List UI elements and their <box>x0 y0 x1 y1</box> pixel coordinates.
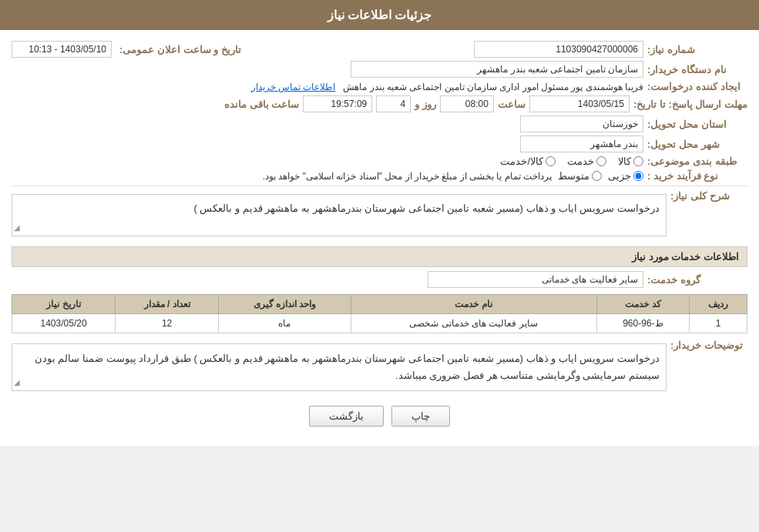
tozi-row: توضیحات خریدار: درخواست سرویس ایاب و ذها… <box>12 340 747 395</box>
tabaqe-kala-khedmat-radio[interactable] <box>546 156 556 166</box>
print-button[interactable]: چاپ <box>391 406 450 427</box>
mohlat-label: مهلت ارسال پاسخ: تا تاریخ: <box>633 99 747 110</box>
tarikh-elan-label: تاریخ و ساعت اعلان عمومی: <box>119 44 241 55</box>
col-name: نام خدمت <box>351 295 596 314</box>
proc-group: جزیی متوسط پرداخت تمام یا بخشی از مبلغ خ… <box>263 170 643 182</box>
tabaqe-khedmat-radio[interactable] <box>596 156 606 166</box>
tozi-value: درخواست سرویس ایاب و ذهاب (مسیر شعبه تام… <box>35 353 660 381</box>
sharh-koli-label: شرح کلی نیاز: <box>670 190 747 202</box>
eijad-konande-label: ایجاد کننده درخواست: <box>647 81 747 92</box>
cell-tarikh: 1403/05/20 <box>12 314 116 333</box>
proc-jozii-label: جزیی <box>608 170 631 182</box>
shomare-niaz-label: شماره نیاز: <box>647 44 747 55</box>
proc-jozii-radio[interactable] <box>633 171 643 181</box>
shomare-niaz-input[interactable] <box>474 41 643 58</box>
tozi-box: درخواست سرویس ایاب و ذهاب (مسیر شعبه تام… <box>12 343 667 391</box>
resize-icon-2: ◢ <box>14 376 20 389</box>
tabaqe-label: طبقه بندی موضوعی: <box>647 156 747 167</box>
farayand-desc: پرداخت تمام یا بخشی از مبلغ خریدار از مح… <box>263 171 552 182</box>
tabaqe-kala-radio[interactable] <box>633 156 643 166</box>
cell-tedad: 12 <box>116 314 219 333</box>
cell-kod: ط-96-960 <box>596 314 690 333</box>
khadamat-table-section: ردیف کد خدمت نام خدمت واحد اندازه گیری ت… <box>12 294 747 333</box>
eijad-konande-value: فریبا هوشمندی پور مسئول امور اداری سازما… <box>343 82 643 92</box>
tabaqe-kala-khedmat-item[interactable]: کالا/خدمت <box>500 156 556 167</box>
proc-motovaset-radio[interactable] <box>592 171 602 181</box>
nam-dastgah-label: نام دستگاه خریدار: <box>647 64 747 75</box>
tabaqe-kala-khedmat-label: کالا/خدمت <box>500 156 543 167</box>
tarikh-pasokh-input[interactable] <box>529 95 630 112</box>
ostan-input[interactable] <box>520 115 643 132</box>
resize-icon-1: ◢ <box>14 222 20 234</box>
shomare-niaz-row: شماره نیاز: تاریخ و ساعت اعلان عمومی: <box>12 41 747 58</box>
col-tedad: تعداد / مقدار <box>116 295 219 314</box>
shahr-input[interactable] <box>520 136 643 152</box>
proc-motovaset-label: متوسط <box>558 170 589 182</box>
etelaate-tamas-link[interactable]: اطلاعات تماس خریدار <box>251 82 336 92</box>
nam-dastgah-row: نام دستگاه خریدار: <box>12 61 747 78</box>
baghimandeh-input[interactable] <box>303 95 372 112</box>
sharh-koli-value: درخواست سرویس ایاب و ذهاب (مسیر شعبه تام… <box>194 202 660 214</box>
content-area: شماره نیاز: تاریخ و ساعت اعلان عمومی: نا… <box>0 30 759 446</box>
shahr-row: شهر محل تحویل: <box>12 136 747 152</box>
tarikh-elan-input[interactable] <box>12 41 112 58</box>
baghimandeh-label: ساعت باقی مانده <box>224 99 299 110</box>
cell-radif: 1 <box>690 314 747 333</box>
saat-label: ساعت <box>498 99 526 110</box>
tabaqe-khedmat-item[interactable]: خدمت <box>567 156 606 167</box>
rooz-input[interactable] <box>376 95 411 112</box>
col-vahed: واحد اندازه گیری <box>219 295 351 314</box>
header-title: جزئیات اطلاعات نیاز <box>327 8 432 22</box>
proc-motovaset[interactable]: متوسط <box>558 170 602 182</box>
cell-vahed: ماه <box>219 314 351 333</box>
col-kod: کد خدمت <box>596 295 690 314</box>
page-header: جزئیات اطلاعات نیاز <box>0 0 759 30</box>
tozi-label: توضیحات خریدار: <box>670 340 747 351</box>
col-tarikh: تاریخ نیاز <box>12 295 116 314</box>
ostan-row: استان محل تحویل: <box>12 115 747 132</box>
table-row: 1ط-96-960سایر فعالیت های خدماتی شخصیماه1… <box>12 314 747 333</box>
sharh-koli-row: شرح کلی نیاز: درخواست سرویس ایاب و ذهاب … <box>12 190 747 240</box>
tabaqe-khedmat-label: خدمت <box>567 156 594 167</box>
col-radif: ردیف <box>690 295 747 314</box>
tabaqe-radio-group: کالا خدمت کالا/خدمت <box>500 156 643 167</box>
mohlat-ersalPasokh-row: مهلت ارسال پاسخ: تا تاریخ: ساعت روز و سا… <box>12 95 747 112</box>
gore-khadamat-label: گروه خدمت: <box>647 274 747 286</box>
tabaqe-kala-item[interactable]: کالا <box>618 156 643 167</box>
eijad-konande-row: ایجاد کننده درخواست: فریبا هوشمندی پور م… <box>12 81 747 92</box>
nam-dastgah-input[interactable] <box>351 61 643 78</box>
gore-khadamat-row: گروه خدمت: <box>12 271 747 288</box>
back-button[interactable]: بازگشت <box>309 406 384 427</box>
shahr-label: شهر محل تحویل: <box>647 139 747 150</box>
divider-1 <box>12 186 747 186</box>
tabaqe-kala-label: کالا <box>618 156 631 167</box>
khadamat-table: ردیف کد خدمت نام خدمت واحد اندازه گیری ت… <box>12 294 747 333</box>
sharh-koli-box: درخواست سرویس ایاب و ذهاب (مسیر شعبه تام… <box>12 194 667 236</box>
bottom-buttons: چاپ بازگشت <box>12 398 747 438</box>
noe-farayand-label: نوع فرآیند خرید : <box>647 170 747 182</box>
rooz-label: روز و <box>415 99 436 110</box>
proc-jozii[interactable]: جزیی <box>608 170 643 182</box>
saat-pasokh-input[interactable] <box>440 95 494 112</box>
tabaqe-bandi-row: طبقه بندی موضوعی: کالا خدمت کالا/خدمت <box>12 156 747 167</box>
cell-name: سایر فعالیت های خدماتی شخصی <box>351 314 596 333</box>
gore-khadamat-input[interactable] <box>428 271 643 288</box>
etelaate-khadamat-title: اطلاعات خدمات مورد نیاز <box>12 246 747 267</box>
page-wrapper: جزئیات اطلاعات نیاز شماره نیاز: تاریخ و … <box>0 0 759 446</box>
noe-farayand-row: نوع فرآیند خرید : جزیی متوسط پرداخت تمام… <box>12 170 747 182</box>
ostan-label: استان محل تحویل: <box>647 119 747 130</box>
